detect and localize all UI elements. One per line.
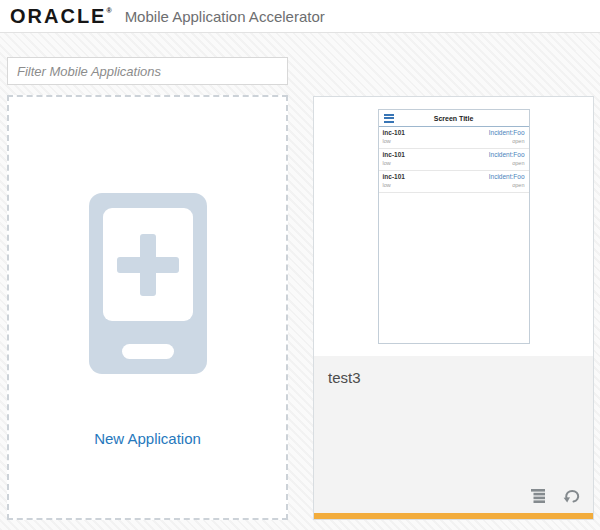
app-status-accent-bar	[314, 513, 593, 519]
filter-input[interactable]	[7, 57, 288, 85]
preview-list-row: inc-101 low Incident:Foo open	[379, 171, 529, 193]
app-card-footer: test3	[314, 356, 593, 513]
phone-screen-shape	[103, 208, 193, 321]
phone-home-button-shape	[122, 344, 174, 359]
application-card[interactable]: Screen Title inc-101 low Incident:Foo op…	[313, 96, 594, 520]
row-status: open	[489, 182, 525, 189]
row-sub: low	[383, 160, 405, 167]
oracle-logo-text: ORACLE	[10, 6, 106, 26]
summary-list-icon[interactable]	[530, 489, 547, 503]
row-sub: low	[383, 138, 405, 145]
return-arrow-icon[interactable]	[562, 488, 581, 504]
preview-list-row: inc-101 low Incident:Foo open	[379, 127, 529, 149]
app-name: test3	[328, 369, 579, 386]
row-status: open	[489, 138, 525, 145]
preview-list-row: inc-101 low Incident:Foo open	[379, 149, 529, 171]
row-id: inc-101	[383, 129, 405, 138]
app-card-actions	[530, 488, 581, 504]
new-application-tile[interactable]: New Application	[7, 95, 288, 520]
app-header: ORACLE® Mobile Application Accelerator	[0, 0, 600, 33]
new-application-link[interactable]: New Application	[94, 430, 201, 447]
row-status: open	[489, 160, 525, 167]
row-id: inc-101	[383, 173, 405, 182]
row-value: Incident:Foo	[489, 151, 525, 160]
preview-header: Screen Title	[379, 110, 529, 127]
oracle-logo: ORACLE®	[10, 6, 112, 26]
app-screen-preview: Screen Title inc-101 low Incident:Foo op…	[378, 109, 530, 344]
app-preview-area: Screen Title inc-101 low Incident:Foo op…	[314, 97, 593, 356]
preview-screen-title: Screen Title	[379, 115, 529, 122]
filter-container	[7, 57, 288, 85]
plus-icon	[117, 257, 179, 273]
row-sub: low	[383, 182, 405, 189]
row-value: Incident:Foo	[489, 173, 525, 182]
phone-plus-icon	[89, 193, 207, 374]
app-title: Mobile Application Accelerator	[125, 8, 325, 25]
registered-mark: ®	[106, 7, 111, 14]
row-id: inc-101	[383, 151, 405, 160]
row-value: Incident:Foo	[489, 129, 525, 138]
